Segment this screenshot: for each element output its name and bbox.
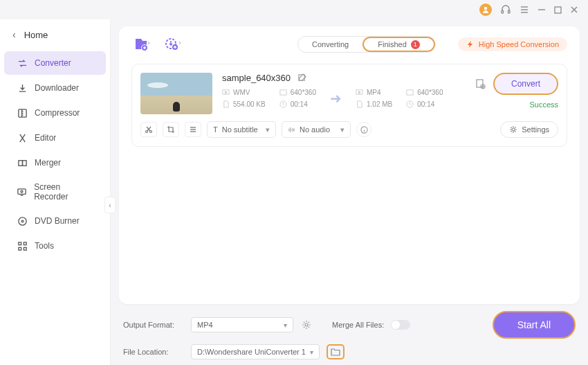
status-tabs: Converting Finished 1 xyxy=(297,36,436,53)
sidebar: ‹ Home Converter Downloader Compressor xyxy=(0,19,111,365)
editor-icon xyxy=(17,132,28,143)
arrow-icon: ➜ xyxy=(330,90,342,107)
settings-button[interactable]: Settings xyxy=(500,121,558,138)
sidebar-item-label: Converter xyxy=(35,58,71,68)
sidebar-item-editor[interactable]: Editor xyxy=(4,126,106,150)
svg-point-16 xyxy=(21,220,24,222)
src-format: WMV xyxy=(222,89,266,96)
tab-label: Finished xyxy=(378,40,407,48)
svg-rect-19 xyxy=(18,247,21,250)
home-nav[interactable]: ‹ Home xyxy=(0,22,110,50)
tab-finished[interactable]: Finished 1 xyxy=(362,37,435,52)
collapse-sidebar-button[interactable]: ‹ xyxy=(104,197,116,213)
open-folder-button[interactable] xyxy=(327,344,344,359)
svg-rect-11 xyxy=(18,160,22,166)
sidebar-item-label: Compressor xyxy=(35,108,80,118)
chevron-down-icon: ▾ xyxy=(310,348,313,356)
svg-point-0 xyxy=(484,7,487,10)
add-files-button[interactable] xyxy=(131,37,151,52)
tab-converting[interactable]: Converting xyxy=(298,37,362,52)
chevron-down-icon: ▾ xyxy=(266,125,270,134)
sidebar-item-downloader[interactable]: Downloader xyxy=(4,76,106,100)
sidebar-item-label: DVD Burner xyxy=(35,216,80,226)
svg-rect-13 xyxy=(18,188,26,194)
high-speed-label: High Speed Conversion xyxy=(479,40,559,48)
chevron-down-icon: ▾ xyxy=(340,125,344,134)
minimize-button[interactable] xyxy=(538,6,546,14)
sidebar-item-tools[interactable]: Tools xyxy=(4,234,106,258)
sidebar-item-label: Tools xyxy=(35,241,54,251)
dst-format: MP4 xyxy=(356,89,392,96)
output-format-value: MP4 xyxy=(197,321,213,329)
svg-rect-1 xyxy=(502,10,504,13)
dvd-burner-icon xyxy=(17,215,28,226)
svg-rect-18 xyxy=(24,242,26,244)
tools-icon xyxy=(17,240,28,251)
converter-icon xyxy=(17,57,28,69)
output-format-label: Output Format: xyxy=(123,321,184,329)
output-settings-icon[interactable] xyxy=(475,78,486,89)
back-icon: ‹ xyxy=(12,29,16,40)
video-thumbnail[interactable] xyxy=(140,73,212,114)
svg-rect-26 xyxy=(280,90,286,95)
start-all-button[interactable]: Start All xyxy=(493,311,576,339)
high-speed-conversion-button[interactable]: High Speed Conversion xyxy=(458,37,567,51)
merge-toggle[interactable] xyxy=(391,320,410,330)
status-text: Success xyxy=(529,100,558,109)
compressor-icon xyxy=(17,107,28,118)
file-location-select[interactable]: D:\Wondershare UniConverter 1 ▾ xyxy=(191,344,320,359)
sidebar-item-converter[interactable]: Converter xyxy=(4,51,106,75)
svg-rect-20 xyxy=(24,247,26,250)
subtitle-value: No subtitle xyxy=(222,125,258,134)
user-avatar-icon[interactable] xyxy=(479,3,492,16)
svg-point-45 xyxy=(305,323,308,326)
sidebar-item-compressor[interactable]: Compressor xyxy=(4,101,106,125)
file-card: sample_640x360 WMV 554.00 KB 640*3 xyxy=(131,64,567,147)
settings-label: Settings xyxy=(522,125,549,134)
sidebar-item-label: Merger xyxy=(35,158,61,168)
sidebar-item-screen-recorder[interactable]: Screen Recorder xyxy=(4,176,106,208)
svg-point-14 xyxy=(21,190,23,193)
dst-duration: 00:14 xyxy=(406,100,443,108)
audio-dropdown[interactable]: No audio ▾ xyxy=(282,121,351,138)
downloader-icon xyxy=(17,82,28,94)
svg-point-15 xyxy=(18,217,26,224)
maximize-button[interactable] xyxy=(554,6,562,14)
merger-icon xyxy=(17,157,28,168)
trim-button[interactable] xyxy=(140,122,157,137)
dst-size: 1.02 MB xyxy=(356,100,392,108)
screen-recorder-icon xyxy=(17,186,27,197)
menu-icon[interactable] xyxy=(520,5,529,15)
format-settings-icon[interactable] xyxy=(300,319,313,331)
home-label: Home xyxy=(24,30,48,40)
merge-label: Merge All Files: xyxy=(332,321,384,329)
convert-button[interactable]: Convert xyxy=(493,73,558,95)
file-location-value: D:\Wondershare UniConverter 1 xyxy=(197,348,306,356)
sidebar-item-label: Editor xyxy=(35,133,56,143)
crop-button[interactable] xyxy=(163,122,179,137)
file-location-label: File Location: xyxy=(123,348,184,356)
subtitle-icon: T xyxy=(213,125,218,134)
sidebar-item-merger[interactable]: Merger xyxy=(4,151,106,175)
close-button[interactable] xyxy=(570,6,578,14)
svg-rect-31 xyxy=(477,80,483,87)
headset-icon[interactable] xyxy=(500,4,511,15)
edit-name-icon[interactable] xyxy=(297,73,306,82)
audio-icon xyxy=(288,126,295,134)
info-button[interactable] xyxy=(356,122,371,137)
audio-value: No audio xyxy=(300,125,330,134)
tab-label: Converting xyxy=(312,40,349,48)
sidebar-item-dvd-burner[interactable]: DVD Burner xyxy=(4,209,106,233)
download-add-button[interactable] xyxy=(163,37,183,52)
sidebar-item-label: Screen Recorder xyxy=(34,182,93,202)
output-format-select[interactable]: MP4 ▾ xyxy=(191,317,293,332)
dst-resolution: 640*360 xyxy=(406,89,443,96)
src-size: 554.00 KB xyxy=(222,100,266,108)
src-resolution: 640*360 xyxy=(279,89,316,96)
effects-button[interactable] xyxy=(185,122,201,137)
subtitle-dropdown[interactable]: T No subtitle ▾ xyxy=(207,121,276,138)
svg-rect-29 xyxy=(407,90,413,95)
sidebar-item-label: Downloader xyxy=(35,83,79,93)
svg-rect-12 xyxy=(22,160,26,166)
svg-rect-2 xyxy=(508,10,511,13)
